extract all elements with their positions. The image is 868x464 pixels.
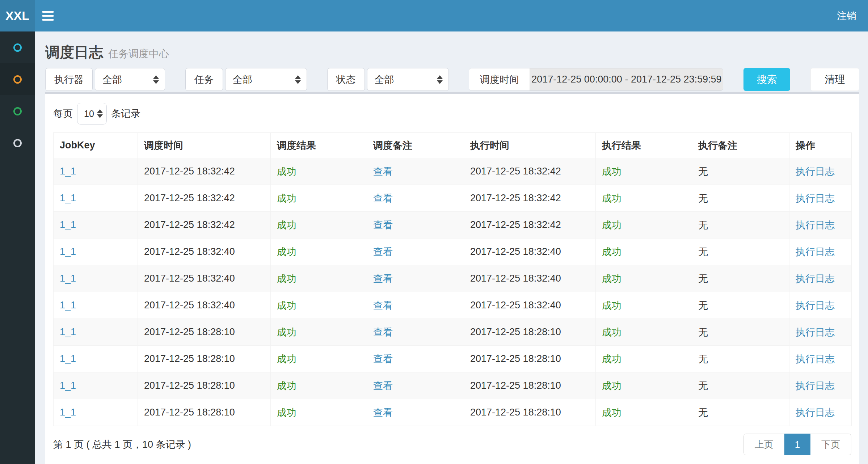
view-trigger-msg-link[interactable]: 查看 <box>373 246 393 257</box>
jobkey-link[interactable]: 1_1 <box>60 193 76 203</box>
pagination-next-button[interactable]: 下页 <box>810 434 851 455</box>
cell-handle_result: 成功 <box>596 212 692 239</box>
handle-msg: 无 <box>698 354 708 364</box>
sidebar-item-1[interactable] <box>0 31 35 63</box>
table-footer: 第 1 页 ( 总共 1 页，10 条记录 ) 上页 1 下页 <box>53 434 851 455</box>
execute-log-link[interactable]: 执行日志 <box>796 166 835 177</box>
cell-handle_result: 成功 <box>596 185 692 212</box>
handle-msg: 无 <box>698 380 708 391</box>
jobkey-link[interactable]: 1_1 <box>60 300 76 311</box>
table-row: 1_12017-12-25 18:28:10成功查看2017-12-25 18:… <box>54 346 852 372</box>
jobkey-link[interactable]: 1_1 <box>60 407 76 418</box>
handle-result: 成功 <box>602 273 621 284</box>
cell-trigger_msg: 查看 <box>367 372 464 399</box>
column-header-job_key: JobKey <box>54 133 138 158</box>
execute-log-link[interactable]: 执行日志 <box>796 220 835 231</box>
table-row: 1_12017-12-25 18:32:40成功查看2017-12-25 18:… <box>54 292 852 319</box>
clear-button[interactable]: 清理 <box>810 68 859 91</box>
execute-log-link[interactable]: 执行日志 <box>796 327 835 338</box>
column-header-trigger_result: 调度结果 <box>271 133 367 158</box>
sidebar-toggle-button[interactable] <box>35 0 61 31</box>
execute-log-link[interactable]: 执行日志 <box>796 193 835 204</box>
circle-icon <box>13 75 22 84</box>
view-trigger-msg-link[interactable]: 查看 <box>373 380 393 391</box>
trigger-time: 2017-12-25 18:28:10 <box>144 407 235 418</box>
cell-handle_time: 2017-12-25 18:32:42 <box>464 158 596 185</box>
handle-msg: 无 <box>698 246 708 257</box>
trigger-result: 成功 <box>277 300 296 311</box>
cell-handle_time: 2017-12-25 18:32:40 <box>464 239 596 265</box>
cell-action: 执行日志 <box>789 158 852 185</box>
trigger-time: 2017-12-25 18:32:42 <box>144 166 235 177</box>
trigger-time-filter-label: 调度时间 <box>469 68 530 90</box>
view-trigger-msg-link[interactable]: 查看 <box>373 193 393 204</box>
cell-trigger_result: 成功 <box>271 292 367 319</box>
cell-trigger_time: 2017-12-25 18:32:40 <box>138 265 271 292</box>
executor-select[interactable]: 全部 <box>95 68 165 91</box>
execute-log-link[interactable]: 执行日志 <box>796 273 835 284</box>
sidebar-item-3[interactable] <box>0 95 35 127</box>
logout-link[interactable]: 注销 <box>825 0 868 31</box>
execute-log-link[interactable]: 执行日志 <box>796 380 835 391</box>
handle-time: 2017-12-25 18:28:10 <box>470 407 561 418</box>
cell-trigger_result: 成功 <box>271 319 367 346</box>
trigger-time-range-input[interactable] <box>530 68 723 90</box>
view-trigger-msg-link[interactable]: 查看 <box>373 273 393 284</box>
view-trigger-msg-link[interactable]: 查看 <box>373 407 393 418</box>
table-row: 1_12017-12-25 18:28:10成功查看2017-12-25 18:… <box>54 319 852 346</box>
handle-result: 成功 <box>602 193 621 204</box>
view-trigger-msg-link[interactable]: 查看 <box>373 327 393 338</box>
view-trigger-msg-link[interactable]: 查看 <box>373 300 393 311</box>
handle-result: 成功 <box>602 380 621 391</box>
cell-trigger_msg: 查看 <box>367 239 464 265</box>
execute-log-link[interactable]: 执行日志 <box>796 300 835 311</box>
table-header-row: JobKey调度时间调度结果调度备注执行时间执行结果执行备注操作 <box>54 133 852 158</box>
table-row: 1_12017-12-25 18:28:10成功查看2017-12-25 18:… <box>54 399 852 426</box>
page-size-select[interactable]: 10 <box>77 103 107 125</box>
jobkey-link[interactable]: 1_1 <box>60 273 76 284</box>
cell-handle_time: 2017-12-25 18:28:10 <box>464 319 596 346</box>
view-trigger-msg-link[interactable]: 查看 <box>373 354 393 364</box>
cell-trigger_msg: 查看 <box>367 346 464 372</box>
job-select[interactable]: 全部 <box>225 68 307 91</box>
sidebar-item-4[interactable] <box>0 127 35 159</box>
jobkey-link[interactable]: 1_1 <box>60 353 76 364</box>
cell-handle_msg: 无 <box>692 265 789 292</box>
jobkey-link[interactable]: 1_1 <box>60 246 76 257</box>
handle-time: 2017-12-25 18:32:42 <box>470 193 561 203</box>
execute-log-link[interactable]: 执行日志 <box>796 246 835 257</box>
execute-log-link[interactable]: 执行日志 <box>796 354 835 364</box>
jobkey-link[interactable]: 1_1 <box>60 326 76 337</box>
cell-trigger_msg: 查看 <box>367 292 464 319</box>
view-trigger-msg-link[interactable]: 查看 <box>373 166 393 177</box>
cell-job_key: 1_1 <box>54 399 138 426</box>
cell-job_key: 1_1 <box>54 158 138 185</box>
table-row: 1_12017-12-25 18:32:42成功查看2017-12-25 18:… <box>54 185 852 212</box>
cell-trigger_msg: 查看 <box>367 185 464 212</box>
cell-action: 执行日志 <box>789 372 852 399</box>
pagination-current-page[interactable]: 1 <box>784 434 810 455</box>
handle-result: 成功 <box>602 300 621 311</box>
page-subtitle: 任务调度中心 <box>108 47 169 61</box>
table-row: 1_12017-12-25 18:28:10成功查看2017-12-25 18:… <box>54 372 852 399</box>
search-button[interactable]: 搜索 <box>743 68 790 91</box>
cell-trigger_msg: 查看 <box>367 265 464 292</box>
sidebar-item-2[interactable] <box>0 63 35 95</box>
select-stepper-icon <box>437 75 443 84</box>
cell-handle_time: 2017-12-25 18:28:10 <box>464 346 596 372</box>
column-header-trigger_time: 调度时间 <box>138 133 271 158</box>
filter-bar: 执行器 全部 任务 全部 状态 全部 调度时间 搜索 清理 <box>45 68 859 91</box>
hamburger-icon <box>42 15 54 17</box>
jobkey-link[interactable]: 1_1 <box>60 380 76 391</box>
jobkey-link[interactable]: 1_1 <box>60 219 76 230</box>
content-header: 调度日志 任务调度中心 <box>45 31 859 68</box>
cell-job_key: 1_1 <box>54 372 138 399</box>
jobkey-link[interactable]: 1_1 <box>60 166 76 177</box>
status-select[interactable]: 全部 <box>367 68 449 91</box>
execute-log-link[interactable]: 执行日志 <box>796 407 835 418</box>
pagination-prev-button[interactable]: 上页 <box>743 434 784 455</box>
view-trigger-msg-link[interactable]: 查看 <box>373 220 393 231</box>
page-title: 调度日志 <box>45 42 103 62</box>
handle-result: 成功 <box>602 327 621 338</box>
table-row: 1_12017-12-25 18:32:42成功查看2017-12-25 18:… <box>54 212 852 239</box>
